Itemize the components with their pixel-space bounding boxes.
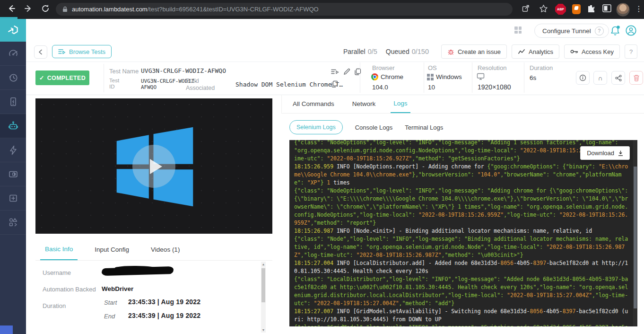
status-badge: ✓ COMPLETED [35,70,89,85]
test-list-icon[interactable] [331,68,339,77]
info-scrollbar[interactable]: ▲ ▼ [261,262,266,333]
automation-backed-value: WebDriver [102,285,133,292]
app-sidebar [0,19,26,334]
adblock-extension-icon[interactable]: ABP [555,4,566,15]
apps-grid-icon[interactable] [514,26,522,34]
log-section-tabs: All Commands Network Logs [281,95,644,114]
sidebar-item-home[interactable] [0,19,26,42]
copy-build-icon[interactable] [331,80,339,89]
browser-profile-avatar[interactable] [616,3,630,17]
sidebar-item-more-tools[interactable] [0,211,26,235]
sidebar-item-app-testing[interactable] [0,90,26,114]
tab-input-config[interactable]: Input Config [90,239,134,260]
address-bar[interactable]: automation.lambdatest.com/test?build=695… [56,3,513,16]
browser-chrome-bar: automation.lambdatest.com/test?build=695… [0,0,644,19]
check-icon: ✓ [39,74,44,81]
test-detail-content: Basic Info Input Config Videos (1) Usern… [26,95,644,334]
sidebar-item-dashboard[interactable] [0,42,26,66]
browser-reload-icon[interactable] [41,4,50,13]
sidebar-item-lt-browser[interactable] [0,162,26,186]
tab-network[interactable]: Network [349,95,379,113]
log-scrollbar[interactable] [633,140,637,326]
test-video-player[interactable] [35,98,272,234]
windows-icon [427,74,434,80]
robot-icon [8,120,19,132]
url-path: /test?build=6956241&testID=UVG3N-CRLGF-W… [148,6,319,13]
parallel-counter: Parallel0/5 [343,48,377,55]
browser-menu-icon[interactable]: ⋮ [635,4,643,14]
username-label: Username [43,269,71,276]
access-key-button[interactable]: Access Key [564,44,620,59]
sidebar-item-realtime[interactable] [0,66,26,90]
sidebar-item-hyperexecute[interactable] [0,138,26,162]
browser-label: Browser [372,64,395,71]
lambdatest-logo-icon [7,24,19,36]
browser-forward-icon[interactable] [24,4,33,13]
side-panel-icon[interactable] [602,4,612,14]
notifications-bell-icon[interactable] [609,25,621,37]
info-button[interactable] [576,71,590,85]
clock-history-icon [8,72,18,83]
tab-logs[interactable]: Logs [391,95,410,113]
divider [104,64,104,92]
account-icon[interactable] [625,25,637,36]
bottom-left-widget[interactable] [0,325,13,334]
tab-all-commands[interactable]: All Commands [290,95,337,113]
username-redacted-value [102,266,174,276]
tab-selenium-logs[interactable]: Selenium Logs [289,120,343,134]
delete-test-button[interactable] [629,71,643,85]
create-issue-button[interactable]: Create an issue [441,44,507,59]
test-name-label: Test Name [109,68,139,75]
scrollbar-thumb[interactable] [261,268,265,302]
tab-terminal-logs[interactable]: Terminal Logs [405,124,443,131]
end-label: End [104,313,115,320]
share-page-icon[interactable] [522,4,531,14]
bookmark-star-icon[interactable] [539,4,548,14]
back-button[interactable] [34,45,47,59]
scroll-up-icon[interactable]: ▲ [261,262,266,267]
lightning-icon [8,145,18,155]
sidebar-item-automation[interactable] [0,114,26,138]
contrast-panel-icon [8,169,18,179]
tab-console-logs[interactable]: Console Logs [355,124,393,131]
arc-button[interactable]: ∩ [593,71,607,85]
test-id-label: TestID [109,78,119,90]
download-icon [618,150,623,156]
browser-version: 104.0 [372,84,388,91]
configure-tunnel-button[interactable]: Configure Tunnel ? [534,24,609,38]
share-test-button[interactable] [611,71,625,85]
download-logs-button[interactable]: Download [580,146,630,160]
extension-icon-orange[interactable] [572,4,581,14]
analytics-button[interactable]: Analytics [512,44,559,59]
tab-videos[interactable]: Videos (1) [146,239,184,260]
app-header: Configure Tunnel ? [26,19,644,42]
sidebar-item-add-product[interactable] [0,186,26,211]
selenium-log-viewer[interactable]: {"class": "NodeOptions","log-level": "IN… [289,140,637,326]
edit-pencil-icon[interactable] [343,68,352,77]
extensions-puzzle-icon[interactable] [586,4,596,13]
resolution-label: Resolution [478,64,506,71]
copy-test-name-icon[interactable] [354,68,363,77]
log-scrollbar-thumb[interactable] [634,167,637,308]
detail-tabs: Basic Info Input Config Videos (1) [35,239,272,261]
browser-back-icon[interactable] [7,4,16,13]
play-button[interactable] [132,145,175,188]
toolbar-help-button[interactable]: ? [625,44,637,59]
resolution-value: 1920×1080 [478,83,511,91]
mobile-bolt-icon [8,97,18,107]
tunnel-help-icon[interactable]: ? [595,26,604,35]
chrome-icon [371,73,378,80]
divider [360,62,360,93]
test-summary-bar: ✓ COMPLETED Test Name UVG3N-CRLGF-WODIZ-… [26,62,644,95]
main-area: Configure Tunnel ? Browse Tests Parallel… [26,19,644,334]
os-value: Windows [427,73,462,80]
divider [472,62,472,93]
tab-basic-info[interactable]: Basic Info [40,239,78,260]
analytics-chart-icon [518,49,525,54]
start-value: 23:45:33 | Aug 19 2022 [128,298,200,306]
automation-backed-label: Automation Backed [43,286,96,293]
play-icon [150,159,162,174]
scroll-down-icon[interactable]: ▼ [261,327,266,333]
browse-tests-button[interactable]: Browse Tests [52,45,112,58]
lambdatest-automation-page: automation.lambdatest.com/test?build=695… [0,0,644,334]
